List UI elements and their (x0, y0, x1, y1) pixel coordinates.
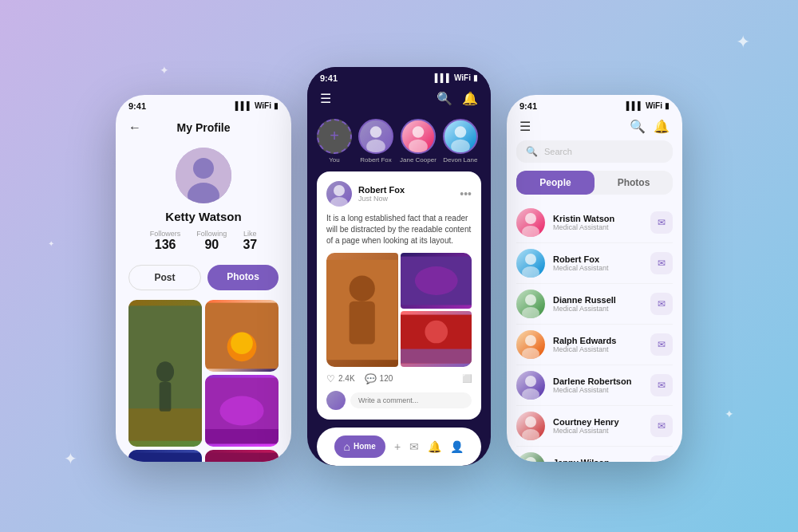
svg-point-26 (330, 197, 348, 207)
bell-nav-icon: 🔔 (428, 440, 441, 453)
message-button-6[interactable]: ✉ (650, 455, 673, 462)
story-you[interactable]: + You (317, 119, 352, 164)
person-item-6[interactable]: Jenny Wilson Medical Assistant ✉ (516, 447, 673, 462)
svg-point-36 (522, 226, 539, 237)
back-button[interactable]: ← (128, 120, 141, 135)
svg-point-25 (334, 185, 345, 196)
photo-1 (128, 300, 202, 447)
svg-point-22 (409, 139, 428, 152)
bell-icon[interactable]: 🔔 (462, 91, 478, 106)
person-info-4: Darlene Robertson Medical Assistant (553, 376, 650, 394)
profile-nav-item[interactable]: 👤 (450, 440, 464, 453)
person-avatar-3 (516, 330, 545, 359)
middle-time: 9:41 (320, 73, 338, 83)
search-magnifier-icon: 🔍 (526, 146, 538, 157)
post-button[interactable]: Post (128, 265, 201, 290)
hamburger-icon[interactable]: ☰ (320, 91, 331, 106)
home-nav-item[interactable]: ⌂ Home (334, 435, 385, 458)
person-avatar-0 (516, 208, 545, 237)
right-signal: ▌▌▌ WiFi ▮ (626, 101, 670, 110)
message-button-5[interactable]: ✉ (650, 415, 673, 437)
message-button-1[interactable]: ✉ (650, 252, 673, 274)
profile-header: ← My Profile (116, 114, 291, 141)
message-nav-item[interactable]: ✉ (409, 440, 419, 453)
people-search-icon[interactable]: 🔍 (630, 119, 646, 134)
home-icon: ⌂ (344, 440, 350, 453)
stats-row: Followers 136 Following 90 Like 37 (116, 230, 291, 252)
profile-title: My Profile (141, 121, 266, 134)
stories-row: + You Robert Fox Jane Cooper Devon Lane (307, 111, 491, 171)
svg-point-45 (525, 416, 536, 428)
story-robert[interactable]: Robert Fox (358, 119, 393, 164)
post-actions: ♡ 2.4K 💬 120 ⬜ (326, 373, 472, 384)
feed-card: Robert Fox Just Now ••• It is a long est… (317, 171, 481, 420)
svg-point-40 (522, 307, 539, 318)
story-jane[interactable]: Jane Cooper (400, 119, 437, 164)
svg-point-34 (425, 320, 448, 343)
post-options-button[interactable]: ••• (460, 187, 472, 200)
tab-people[interactable]: People (516, 171, 595, 195)
comment-input[interactable] (350, 392, 472, 408)
svg-point-1 (193, 158, 214, 179)
bell-nav-item[interactable]: 🔔 (428, 440, 441, 453)
message-button-4[interactable]: ✉ (650, 374, 673, 396)
person-item-4[interactable]: Darlene Robertson Medical Assistant ✉ (516, 365, 673, 406)
photo-5 (205, 450, 279, 462)
svg-point-9 (231, 332, 253, 354)
svg-point-47 (525, 457, 536, 462)
phones-container: 9:41 ▌▌▌ WiFi ▮ ← My Profile Ketty Watso… (116, 67, 682, 466)
like-action[interactable]: ♡ 2.4K (326, 373, 355, 384)
post-author-avatar (326, 181, 352, 207)
user-icon: 👤 (450, 440, 464, 453)
svg-rect-11 (205, 429, 279, 443)
svg-point-35 (525, 213, 536, 224)
svg-point-42 (522, 348, 539, 359)
person-info-2: Dianne Russell Medical Assistant (553, 295, 650, 313)
likes-stat: Like 37 (243, 230, 257, 252)
middle-status-bar: 9:41 ▌▌▌ WiFi ▮ (307, 67, 491, 86)
right-status-bar: 9:41 ▌▌▌ WiFi ▮ (507, 95, 682, 114)
post-images (326, 253, 472, 367)
message-button-2[interactable]: ✉ (650, 293, 673, 315)
post-image-3 (401, 311, 472, 367)
people-topbar: ☰ 🔍 🔔 (507, 114, 682, 140)
feed-topbar: ☰ 🔍 🔔 (307, 86, 491, 111)
person-item-3[interactable]: Ralph Edwards Medical Assistant ✉ (516, 325, 673, 365)
svg-point-12 (219, 396, 263, 425)
story-avatar-jane (401, 119, 436, 154)
feed-action-icons: 🔍 🔔 (437, 91, 478, 106)
person-item-5[interactable]: Courtney Henry Medical Assistant ✉ (516, 406, 673, 447)
photos-button[interactable]: Photos (207, 265, 279, 290)
profile-username: Ketty Watson (116, 210, 291, 223)
share-action[interactable]: ⬜ (462, 374, 472, 383)
message-icon: ✉ (409, 440, 419, 453)
message-button-3[interactable]: ✉ (650, 333, 673, 356)
person-item-1[interactable]: Robert Fox Medical Assistant ✉ (516, 243, 673, 284)
svg-point-46 (522, 429, 539, 440)
action-buttons: Post Photos (116, 258, 291, 297)
person-item-2[interactable]: Dianne Russell Medical Assistant ✉ (516, 284, 673, 325)
people-bell-icon[interactable]: 🔔 (654, 119, 670, 134)
search-icon[interactable]: 🔍 (437, 91, 452, 106)
svg-point-31 (414, 266, 457, 295)
story-devon[interactable]: Devon Lane (443, 119, 478, 164)
comment-action[interactable]: 💬 120 (365, 373, 393, 384)
search-bar[interactable]: 🔍 Search (516, 140, 673, 163)
add-nav-item[interactable]: + (394, 440, 401, 453)
person-item-0[interactable]: Kristin Watson Medical Assistant ✉ (516, 203, 673, 243)
profile-phone: 9:41 ▌▌▌ WiFi ▮ ← My Profile Ketty Watso… (116, 95, 291, 462)
post-header: Robert Fox Just Now ••• (326, 181, 472, 207)
svg-rect-33 (401, 349, 472, 363)
people-list: Kristin Watson Medical Assistant ✉ Rober… (507, 203, 682, 462)
people-hamburger-icon[interactable]: ☰ (519, 119, 531, 134)
svg-point-38 (522, 266, 539, 278)
tab-photos[interactable]: Photos (595, 171, 673, 195)
svg-point-24 (451, 139, 470, 152)
svg-point-19 (370, 126, 382, 138)
feed-phone: 9:41 ▌▌▌ WiFi ▮ ☰ 🔍 🔔 + You (307, 67, 491, 466)
message-button-0[interactable]: ✉ (650, 211, 673, 234)
svg-point-37 (525, 254, 536, 265)
person-avatar-6 (516, 452, 545, 462)
story-avatar-robert (358, 119, 393, 154)
post-user-info: Robert Fox Just Now (358, 185, 460, 203)
